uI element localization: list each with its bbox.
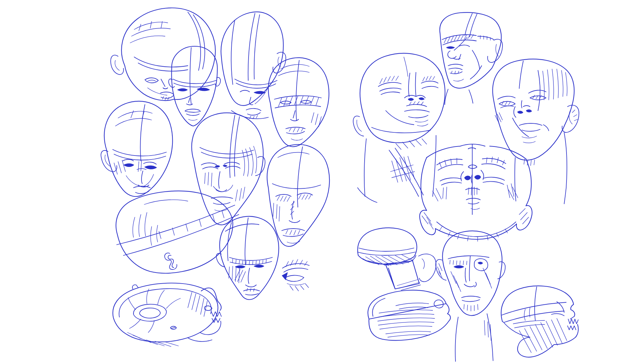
sketch-canvas [0,0,644,362]
study-face-upturned-right [493,59,579,204]
study-eye-detail [282,259,309,291]
study-face-upturned-left [353,53,445,202]
study-head-gaunt-center [216,217,279,300]
study-skull-profile [501,286,578,357]
sketch-page [0,0,644,362]
study-head-down-shaded [267,144,329,246]
study-cranium-dome [116,191,239,273]
study-head-furrowed-left [101,101,172,196]
study-s-hook [165,253,177,269]
study-skull-pan-section [113,283,221,347]
study-head-down-right-band [268,58,329,147]
study-head-gaunt-long [436,231,505,361]
study-head-bowed-large [221,12,286,119]
study-cranium-block [358,228,436,290]
study-head-bowed-small [169,46,221,126]
study-head-three-quarter-up [440,12,502,105]
study-skull-base-plate [368,290,450,341]
